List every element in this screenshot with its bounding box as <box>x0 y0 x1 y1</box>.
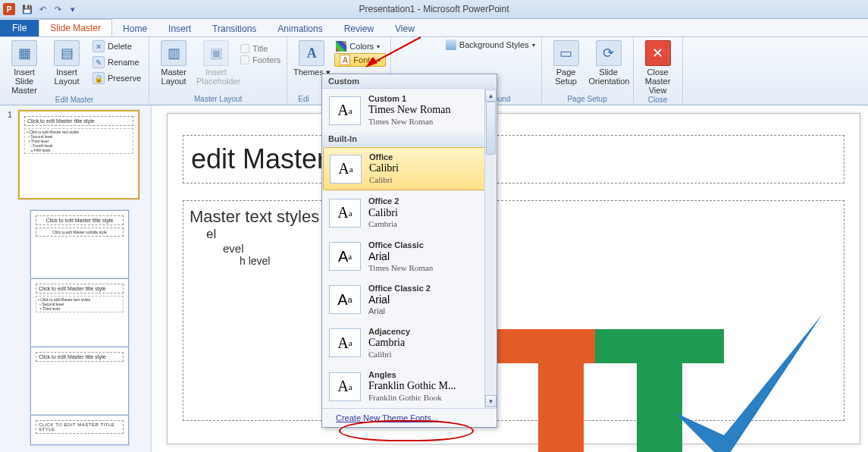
font-preview-icon: Aa <box>329 328 361 357</box>
create-new-theme-fonts[interactable]: Create New Theme Fonts... <box>322 408 497 427</box>
font-scheme-custom-1[interactable]: AaCustom 1Times New RomanTimes New Roman <box>322 89 497 132</box>
tab-insert[interactable]: Insert <box>158 20 202 36</box>
group-label-edit-master: Edit Master <box>5 95 144 105</box>
font-scheme-office[interactable]: AaOfficeCalibriCalibri <box>323 147 496 190</box>
slide-canvas[interactable]: edit Master title style Master text styl… <box>152 105 868 452</box>
font-preview-icon: Aa <box>329 242 361 271</box>
fonts-icon: A <box>340 55 350 65</box>
close-icon: ✕ <box>645 40 671 66</box>
thumb-title: Click to edit Master title style <box>24 116 133 126</box>
font-scheme-adjacency[interactable]: AaAdjacencyCambriaCalibri <box>322 322 497 365</box>
delete-icon: ✕ <box>92 40 105 52</box>
undo-icon[interactable]: ↶ <box>36 3 49 15</box>
font-scheme-office-2[interactable]: AaOffice 2CalibriCambria <box>322 191 497 234</box>
tab-file[interactable]: File <box>0 20 39 36</box>
qat-more-icon[interactable]: ▾ <box>67 3 79 15</box>
svg-marker-4 <box>365 57 378 67</box>
close-master-view-button[interactable]: ✕ Close Master View <box>638 39 678 95</box>
dd-head-custom: Custom <box>322 74 497 89</box>
fonts-dropdown: Custom AaCustom 1Times New RomanTimes Ne… <box>321 74 497 428</box>
scroll-down-icon[interactable]: ▼ <box>485 395 497 407</box>
font-preview-icon: Aa <box>329 199 361 228</box>
page-setup-button[interactable]: ▭ Page Setup <box>547 39 586 86</box>
dd-head-builtin: Built-In <box>322 132 497 146</box>
annotation-arrow <box>364 36 425 74</box>
font-preview-icon: Aa <box>329 96 361 125</box>
tab-animations[interactable]: Animations <box>267 20 333 36</box>
slide-title-placeholder[interactable]: edit Master title style <box>183 135 844 184</box>
themes-icon: A <box>299 40 324 66</box>
app-icon: P <box>3 3 15 15</box>
ttv-logo <box>497 314 823 452</box>
master-layout-icon: ▥ <box>161 40 186 66</box>
preserve-icon: 🔒 <box>92 72 105 84</box>
page-setup-icon: ▭ <box>553 40 579 66</box>
thumbnail-pane[interactable]: 1 Click to edit Master title style • Cli… <box>0 105 152 452</box>
scroll-up-icon[interactable]: ▲ <box>485 89 497 102</box>
dd-scrollbar[interactable]: ▲ ▼ <box>484 89 497 407</box>
chk-title[interactable]: Title <box>239 43 282 54</box>
font-scheme-office-classic[interactable]: AaOffice ClassicArialTimes New Roman <box>322 235 497 278</box>
group-close: ✕ Close Master View Close <box>634 37 683 105</box>
redo-icon[interactable]: ↷ <box>52 3 64 15</box>
scroll-thumb[interactable] <box>486 102 496 155</box>
save-icon[interactable]: 💾 <box>21 3 33 15</box>
insert-placeholder-button[interactable]: ▣ Insert Placeholder <box>196 39 236 86</box>
layout-thumb-3[interactable]: Click to edit Master title style <box>30 347 129 415</box>
titlebar: P 💾 ↶ ↷ ▾ Presentation1 - Microsoft Powe… <box>0 0 868 19</box>
font-preview-icon: Aa <box>329 285 361 314</box>
svg-line-3 <box>370 37 421 64</box>
insert-slide-master-icon: ▦ <box>11 40 37 66</box>
delete-button[interactable]: ✕Delete <box>89 39 144 54</box>
master-layout-button[interactable]: ▥ Master Layout <box>154 39 193 86</box>
thumb-body: • Click to edit Master text styles – Sec… <box>24 128 133 154</box>
font-preview-icon: Aa <box>329 372 361 401</box>
tab-slide-master[interactable]: Slide Master <box>39 19 112 36</box>
slide-orientation-button[interactable]: ⟳ Slide Orientation <box>589 39 628 86</box>
group-label-page-setup: Page Setup <box>547 94 628 105</box>
window-title: Presentation1 - Microsoft PowerPoint <box>0 4 868 14</box>
thumb-number: 1 <box>8 110 14 199</box>
slide-orientation-icon: ⟳ <box>596 40 622 66</box>
background-styles-button[interactable]: Background Styles ▾ <box>444 39 537 51</box>
layout-thumb-4[interactable]: CLICK TO EDIT MASTER TITLE STYLE <box>30 415 129 445</box>
group-master-layout: ▥ Master Layout ▣ Insert Placeholder Tit… <box>149 37 287 105</box>
preserve-button[interactable]: 🔒Preserve <box>89 71 144 86</box>
group-page-setup: ▭ Page Setup ⟳ Slide Orientation Page Se… <box>542 37 634 105</box>
rename-icon: ✎ <box>92 56 105 68</box>
tab-transitions[interactable]: Transitions <box>202 20 267 36</box>
group-label-close: Close <box>638 95 678 105</box>
master-thumb[interactable]: Click to edit Master title style • Click… <box>18 110 139 199</box>
font-scheme-angles[interactable]: AaAnglesFranklin Gothic M...Franklin Got… <box>322 365 497 408</box>
layout-thumb-1[interactable]: Click to edit Master title style Click t… <box>30 210 129 278</box>
font-preview-icon: Aa <box>330 155 362 184</box>
background-styles-icon <box>446 39 456 50</box>
tab-home[interactable]: Home <box>112 20 158 36</box>
tab-review[interactable]: Review <box>334 20 384 36</box>
colors-icon <box>336 41 346 52</box>
rename-button[interactable]: ✎Rename <box>89 55 144 70</box>
layout-thumb-2[interactable]: Click to edit Master title style • Click… <box>30 278 129 347</box>
insert-placeholder-icon: ▣ <box>203 40 229 66</box>
themes-button[interactable]: A Themes ▾ <box>292 39 331 77</box>
chk-footers[interactable]: Footers <box>239 55 282 65</box>
group-edit-master: ▦ Insert Slide Master ▤ Insert Layout ✕D… <box>0 37 149 105</box>
group-label-master-layout: Master Layout <box>154 94 282 105</box>
ribbon-tabs: File Slide Master Home Insert Transition… <box>0 19 868 37</box>
insert-layout-icon: ▤ <box>54 40 80 66</box>
insert-slide-master-button[interactable]: ▦ Insert Slide Master <box>5 39 44 95</box>
tab-view[interactable]: View <box>384 20 425 36</box>
quick-access-toolbar: 💾 ↶ ↷ ▾ <box>21 3 79 15</box>
insert-layout-button[interactable]: ▤ Insert Layout <box>47 39 86 86</box>
font-scheme-office-classic-2[interactable]: AaOffice Classic 2ArialArial <box>322 278 497 322</box>
